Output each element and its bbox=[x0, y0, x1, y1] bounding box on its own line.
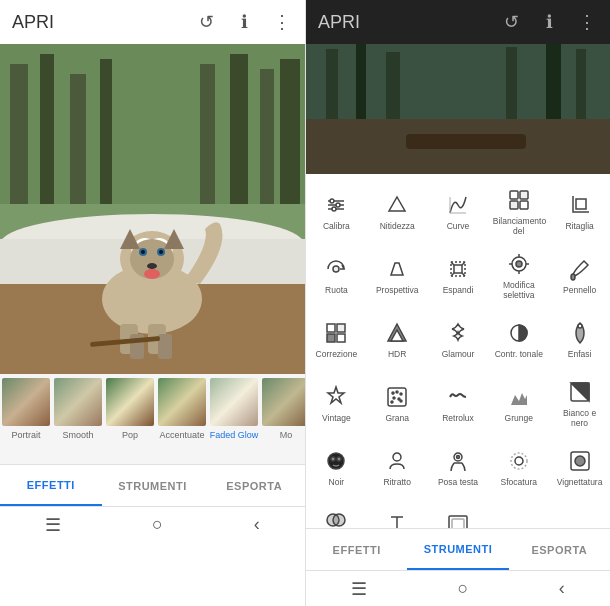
left-back-icon[interactable]: ‹ bbox=[254, 514, 260, 535]
tool-cornici[interactable]: Cornici bbox=[428, 498, 489, 528]
svg-point-93 bbox=[456, 455, 459, 458]
tool-label-bilanciamento: Bilanciamento del bbox=[493, 216, 545, 236]
tool-ritratto[interactable]: Ritratto bbox=[367, 434, 428, 498]
thumbnails-row: Portrait Smooth Pop Accentuate Faded Glo… bbox=[0, 374, 305, 464]
tool-ritaglia[interactable]: Ritaglia bbox=[549, 178, 610, 242]
tool-label-grana: Grana bbox=[385, 413, 409, 423]
tool-posa-testa[interactable]: Posa testa bbox=[428, 434, 489, 498]
svg-rect-72 bbox=[337, 334, 345, 342]
tool-label-vintage: Vintage bbox=[322, 413, 351, 423]
hdr-icon bbox=[383, 319, 411, 347]
tool-sfocatura[interactable]: Sfocatura bbox=[488, 434, 549, 498]
thumb-smooth[interactable]: Smooth bbox=[52, 374, 104, 464]
tool-hdr[interactable]: HDR bbox=[367, 306, 428, 370]
left-header: APRI ↺ ℹ ⋮ bbox=[0, 0, 305, 44]
svg-point-85 bbox=[400, 400, 402, 402]
tool-prospettiva[interactable]: Prospettiva bbox=[367, 242, 428, 306]
tool-grunge[interactable]: Grunge bbox=[488, 370, 549, 434]
left-home-icon[interactable]: ○ bbox=[152, 514, 163, 535]
tool-vignettatura[interactable]: Vignettatura bbox=[549, 434, 610, 498]
tab-left-strumenti[interactable]: STRUMENTI bbox=[102, 465, 204, 506]
tool-contr-tonale[interactable]: Contr. tonale bbox=[488, 306, 549, 370]
svg-point-45 bbox=[336, 203, 340, 207]
ritratto-icon bbox=[383, 447, 411, 475]
tool-glamour[interactable]: Glamour bbox=[428, 306, 489, 370]
thumb-label-pop: Pop bbox=[122, 430, 138, 440]
svg-point-94 bbox=[511, 453, 527, 469]
thumb-faded-glow[interactable]: Faded Glow bbox=[208, 374, 260, 464]
right-home-icon[interactable]: ○ bbox=[458, 578, 469, 599]
tool-label-grunge: Grunge bbox=[505, 413, 533, 423]
thumb-mo[interactable]: Mo bbox=[260, 374, 305, 464]
right-header-icons: ↺ ℹ ⋮ bbox=[500, 11, 598, 33]
tool-pennello[interactable]: Pennello bbox=[549, 242, 610, 306]
tool-label-ritratto: Ritratto bbox=[383, 477, 410, 487]
right-rotate-icon[interactable]: ↺ bbox=[500, 11, 522, 33]
right-photo-svg bbox=[306, 44, 610, 174]
svg-marker-47 bbox=[389, 197, 405, 211]
svg-point-55 bbox=[333, 266, 339, 272]
thumb-pop[interactable]: Pop bbox=[104, 374, 156, 464]
tool-bilanciamento[interactable]: Bilanciamento del bbox=[488, 178, 549, 242]
left-header-icons: ↺ ℹ ⋮ bbox=[195, 11, 293, 33]
tab-right-esporta[interactable]: ESPORTA bbox=[509, 529, 610, 570]
more-icon[interactable]: ⋮ bbox=[271, 11, 293, 33]
svg-rect-8 bbox=[260, 69, 274, 204]
left-menu-icon[interactable]: ☰ bbox=[45, 514, 61, 536]
noir-icon bbox=[322, 447, 350, 475]
tool-esposizione-doppia[interactable]: Esposizione doppia bbox=[306, 498, 367, 528]
tool-testo[interactable]: Testo bbox=[367, 498, 428, 528]
correzione-icon bbox=[322, 319, 350, 347]
svg-rect-35 bbox=[386, 52, 400, 124]
tool-bw[interactable]: Bianco e nero bbox=[549, 370, 610, 434]
thumb-img-pop bbox=[106, 378, 154, 426]
testo-icon bbox=[383, 511, 411, 528]
right-info-icon[interactable]: ℹ bbox=[538, 11, 560, 33]
svg-point-21 bbox=[159, 250, 163, 254]
tool-ruota[interactable]: Ruota bbox=[306, 242, 367, 306]
svg-rect-37 bbox=[546, 44, 561, 124]
right-panel: APRI ↺ ℹ ⋮ bbox=[305, 0, 610, 606]
tool-modifica-selettiva[interactable]: Modifica selettiva bbox=[488, 242, 549, 306]
rotate-icon[interactable]: ↺ bbox=[195, 11, 217, 33]
svg-point-46 bbox=[332, 207, 336, 211]
svg-point-88 bbox=[331, 457, 335, 461]
tool-noir[interactable]: Noir bbox=[306, 434, 367, 498]
svg-rect-71 bbox=[327, 334, 335, 342]
tab-left-effetti[interactable]: EFFETTI bbox=[0, 465, 102, 506]
thumb-label-smooth: Smooth bbox=[62, 430, 93, 440]
svg-rect-3 bbox=[40, 54, 54, 204]
svg-point-81 bbox=[400, 393, 402, 395]
tool-calibra[interactable]: Calibra bbox=[306, 178, 367, 242]
tool-nitidezza[interactable]: Nitidezza bbox=[367, 178, 428, 242]
tool-retrolux[interactable]: Retrolux bbox=[428, 370, 489, 434]
svg-rect-38 bbox=[576, 49, 586, 124]
vintage-icon bbox=[322, 383, 350, 411]
tool-grana[interactable]: Grana bbox=[367, 370, 428, 434]
svg-rect-40 bbox=[406, 134, 526, 149]
thumb-img-smooth bbox=[54, 378, 102, 426]
svg-point-83 bbox=[398, 398, 400, 400]
right-menu-icon[interactable]: ☰ bbox=[351, 578, 367, 600]
tool-label-pennello: Pennello bbox=[563, 285, 596, 295]
tool-enfasi[interactable]: Enfasi bbox=[549, 306, 610, 370]
svg-point-22 bbox=[147, 263, 157, 269]
tool-correzione[interactable]: Correzione bbox=[306, 306, 367, 370]
tab-left-esporta[interactable]: ESPORTA bbox=[203, 465, 305, 506]
svg-point-68 bbox=[571, 274, 575, 280]
right-back-icon[interactable]: ‹ bbox=[559, 578, 565, 599]
tool-vintage[interactable]: Vintage bbox=[306, 370, 367, 434]
cornici-icon bbox=[444, 511, 472, 528]
tab-right-effetti[interactable]: EFFETTI bbox=[306, 529, 407, 570]
thumb-label-accentuate: Accentuate bbox=[159, 430, 204, 440]
tab-right-strumenti[interactable]: STRUMENTI bbox=[407, 529, 508, 570]
tool-curve[interactable]: Curve bbox=[428, 178, 489, 242]
tool-espandi[interactable]: Espandi bbox=[428, 242, 489, 306]
thumb-label-faded-glow: Faded Glow bbox=[210, 430, 259, 440]
svg-rect-104 bbox=[452, 519, 464, 528]
thumb-portrait[interactable]: Portrait bbox=[0, 374, 52, 464]
right-more-icon[interactable]: ⋮ bbox=[576, 11, 598, 33]
thumb-accentuate[interactable]: Accentuate bbox=[156, 374, 208, 464]
info-icon[interactable]: ℹ bbox=[233, 11, 255, 33]
svg-rect-57 bbox=[454, 265, 462, 273]
